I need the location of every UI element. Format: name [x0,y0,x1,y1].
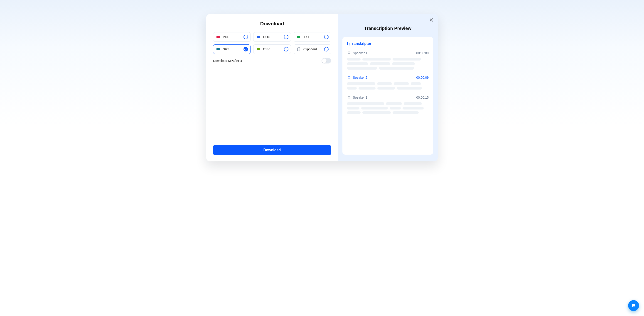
close-button[interactable] [429,18,434,23]
placeholder-bar [370,62,390,65]
chat-fab[interactable] [628,300,639,311]
placeholder-bar [379,67,414,70]
placeholder-row [347,82,429,85]
placeholder-bar [392,58,421,60]
radio-unchecked-icon [244,35,248,39]
preview-card: ranskriptor Speaker 100:00:00Speaker 200… [342,37,433,155]
format-option-srt[interactable]: SRT [213,44,250,54]
speaker-name: Speaker 2 [353,76,368,79]
placeholder-bar [347,67,377,70]
speaker-icon [347,95,351,99]
format-label: CSV [263,47,270,51]
placeholder-bar [347,62,368,65]
preview-pane: Transcription Preview ranskriptor Speake… [338,14,438,161]
format-grid: PDF DOC TXT [213,32,331,54]
placeholder-row [347,67,429,70]
placeholder-bar [347,107,360,109]
placeholder-bar [386,102,402,105]
placeholder-bar [392,62,415,65]
placeholder-bar [362,111,391,114]
placeholder-bar [392,111,419,114]
format-label: TXT [304,35,309,39]
speaker-icon [347,75,351,80]
placeholder-row [347,62,429,65]
download-title: Download [213,21,331,27]
preview-segment: Speaker 100:00:00 [347,51,429,70]
speaker-icon [347,51,351,55]
segment-timestamp: 00:00:15 [416,96,429,99]
placeholder-row [347,107,429,109]
svg-rect-1 [298,47,299,48]
format-label: SRT [223,47,229,51]
segment-timestamp: 00:00:09 [416,76,429,79]
doc-icon [256,34,261,39]
srt-icon [216,47,220,52]
placeholder-bar [411,82,421,85]
placeholder-bar [390,107,401,109]
radio-unchecked-icon [284,35,288,39]
preview-segment: Speaker 200:00:09 [347,75,429,89]
placeholder-row [347,102,429,105]
segment-lines [347,58,429,70]
download-button[interactable]: Download [213,145,331,155]
format-label: Clipboard [304,47,317,51]
chat-icon [631,303,636,308]
brand-icon [347,41,352,46]
placeholder-row [347,111,429,114]
format-option-pdf[interactable]: PDF [213,32,250,42]
clipboard-icon [296,47,301,52]
format-option-doc[interactable]: DOC [253,32,291,42]
placeholder-bar [361,107,388,109]
format-option-txt[interactable]: TXT [294,32,331,42]
speaker-name: Speaker 1 [353,51,368,55]
placeholder-bar [402,107,424,109]
placeholder-bar [377,82,392,85]
radio-unchecked-icon [324,47,328,51]
placeholder-row [347,87,429,89]
segment-header: Speaker 100:00:00 [347,51,429,55]
txt-icon [296,34,301,39]
download-dialog: Download PDF DOC [206,14,438,161]
segment-header: Speaker 200:00:09 [347,75,429,80]
placeholder-bar [347,82,375,85]
preview-segments: Speaker 100:00:00Speaker 200:00:09Speake… [347,51,429,114]
placeholder-bar [358,87,376,89]
speaker-name: Speaker 1 [353,96,368,99]
download-mp3-label: Download MP3/MP4 [213,59,242,62]
radio-unchecked-icon [284,47,288,51]
placeholder-bar [362,58,391,60]
placeholder-bar [397,87,422,89]
preview-title: Transcription Preview [342,26,433,31]
placeholder-bar [347,58,360,60]
close-icon [429,18,434,22]
segment-lines [347,82,429,89]
csv-icon [256,47,261,52]
radio-checked-icon [244,47,248,51]
segment-lines [347,102,429,114]
placeholder-bar [404,102,422,105]
placeholder-bar [347,111,360,114]
pdf-icon [216,34,220,39]
placeholder-row [347,58,429,60]
placeholder-bar [347,102,384,105]
brand-logo: ranskriptor [347,41,429,46]
segment-header: Speaker 100:00:15 [347,95,429,99]
format-label: PDF [223,35,229,39]
svg-rect-0 [297,48,300,51]
segment-timestamp: 00:00:00 [416,51,429,55]
download-pane: Download PDF DOC [206,14,338,161]
format-label: DOC [263,35,270,39]
placeholder-bar [377,87,395,89]
format-option-csv[interactable]: CSV [253,44,291,54]
placeholder-bar [347,87,357,89]
preview-segment: Speaker 100:00:15 [347,95,429,114]
brand-text: ranskriptor [352,42,371,46]
download-mp3-toggle[interactable] [322,58,331,63]
format-option-clipboard[interactable]: Clipboard [294,44,331,54]
download-mp3-row: Download MP3/MP4 [213,58,331,63]
radio-unchecked-icon [324,35,328,39]
placeholder-bar [394,82,409,85]
